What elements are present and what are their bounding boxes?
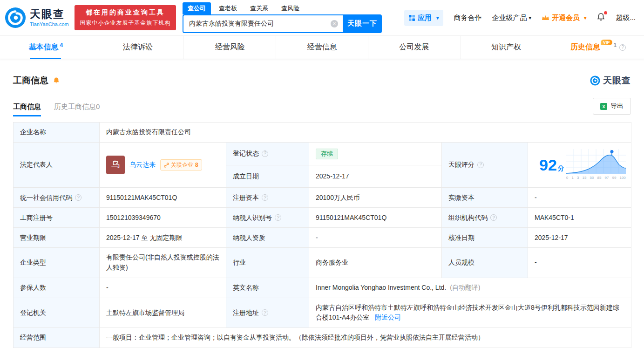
tianyancha-watermark: 天眼查 [590,75,631,87]
tianyancha-logo-icon [5,7,26,28]
auto-translate-note: (自动翻译) [450,284,480,291]
label-address: 注册地址 [226,298,309,328]
label-taxpayer-id: 纳税人识别号 [226,208,309,228]
tab-history-info[interactable]: 历史信息 VIP 1 [552,36,644,59]
value-taxpayer-id: 91150121MAK45CT01Q [309,208,442,228]
subtab-business-info[interactable]: 工商信息 [13,102,41,116]
watermark-logo-icon [590,75,600,86]
value-business-term: 2025-12-17 至 无固定期限 [100,228,226,248]
value-score: 92分 [528,143,631,188]
tab-intellectual-property[interactable]: 知识产权 [461,36,553,59]
value-reg-status: 存续 [309,143,442,165]
menu-super-vip[interactable]: 超级... [616,14,636,22]
address-help-icon[interactable] [262,309,268,316]
credit-code-help-icon[interactable] [75,194,81,201]
label-business-scope: 经营范围 [14,328,100,348]
top-bar: 天眼查 TianYanCha.com 都在用的商业查询工具 国家中小企业发展子基… [0,0,644,35]
reg-capital-help-icon[interactable] [262,194,268,201]
promo-banner[interactable]: 都在用的商业查询工具 国家中小企业发展子基金旗下机构 [75,5,176,30]
label-staff-size: 人员规模 [442,248,528,278]
label-taxpayer-quality: 纳税人资质 [226,228,309,248]
tab-legal-litigation[interactable]: 法律诉讼 [92,36,184,59]
value-taxpayer-quality: - [309,228,442,248]
label-reg-status: 登记状态 [226,143,309,165]
monitor-bell-icon[interactable] [53,77,60,84]
related-companies-badge[interactable]: 关联企业 8 [160,159,202,171]
score-help-icon[interactable] [477,162,484,168]
search-tab-company[interactable]: 查公司 [183,2,211,14]
search-tab-boss[interactable]: 查老板 [214,2,242,14]
tab-company-development[interactable]: 公司发展 [368,36,461,59]
tab-operation-risk[interactable]: 经营风险 [184,36,276,59]
search-input-wrap [183,14,343,33]
search-button[interactable]: 天眼一下 [343,14,382,33]
menu-enterprise-products[interactable]: 企业级产品 [492,14,531,22]
promo-line1: 都在用的商业查询工具 [86,8,165,17]
label-establish-date: 成立日期 [226,165,309,188]
value-industry: 商务服务业 [309,248,442,278]
label-approval-date: 核准日期 [442,228,528,248]
table-row: 统一社会信用代码 91150121MAK45CT01Q 注册资本 20100万人… [14,188,631,208]
notification-bell-icon[interactable] [597,13,605,23]
value-company-type: 有限责任公司(非自然人投资或控股的法人独资) [100,248,226,278]
label-english-name: 英文名称 [226,278,309,298]
company-section-tabs: 基本信息4 法律诉讼 经营风险 经营信息 公司发展 知识产权 历史信息 VIP … [0,35,644,59]
clear-search-icon[interactable] [331,20,338,27]
status-badge: 存续 [316,149,338,159]
search-input[interactable] [189,20,331,27]
promo-line2: 国家中小企业发展子基金旗下机构 [80,19,171,27]
table-row: 工商注册号 150121039349670 纳税人识别号 91150121MAK… [14,208,631,228]
value-credit-code: 91150121MAK45CT01Q [100,188,226,208]
legal-rep-name-link[interactable]: 乌云达来 [129,160,156,170]
label-credit-code: 统一社会信用代码 [14,188,100,208]
search-tabs: 查公司 查老板 查关系 查风险 [183,3,382,14]
logo-title: 天眼查 [30,8,69,20]
table-row: 参保人数 - 英文名称 Inner Mongolia Yonghao Inves… [14,278,631,298]
apps-grid-icon [409,15,415,21]
business-info-table: 企业名称 内蒙古永皓投资有限责任公司 法定代表人 乌 乌云达来 [13,122,631,348]
value-paid-capital: - [528,188,631,208]
label-company-name: 企业名称 [14,123,100,143]
search-block: 查公司 查老板 查关系 查风险 天眼一下 [183,3,382,33]
value-establish-date: 2025-12-17 [309,165,442,188]
label-reg-capital: 注册资本 [226,188,309,208]
search-tab-risk[interactable]: 查风险 [276,2,305,14]
nearby-companies-link[interactable]: 附近公司 [375,314,401,321]
score-curve-chart: 0131550859799100 [566,149,626,181]
label-reg-number: 工商注册号 [14,208,100,228]
search-tab-relation[interactable]: 查关系 [245,2,273,14]
value-reg-capital: 20100万人民币 [309,188,442,208]
subtab-history-business-info[interactable]: 历史工商信息0 [54,102,100,116]
label-score: 天眼评分 [442,143,528,188]
label-insured-count: 参保人数 [14,278,100,298]
tianyancha-logo[interactable]: 天眼查 TianYanCha.com [5,7,74,28]
watermark-text: 天眼查 [603,75,631,87]
label-company-type: 企业类型 [14,248,100,278]
section-title: 工商信息 [13,75,48,87]
reg-status-help-icon[interactable] [262,150,268,157]
legal-rep-avatar[interactable]: 乌 [106,156,125,174]
tab-basic-info[interactable]: 基本信息4 [0,36,92,59]
menu-cooperation[interactable]: 商务合作 [454,14,481,22]
export-button[interactable]: 导出 [593,98,631,115]
score-value: 92 [539,156,557,174]
label-registry: 登记机关 [14,298,100,328]
apps-menu[interactable]: 应用 [404,10,444,26]
tab-operation-info[interactable]: 经营信息 [276,36,368,59]
menu-open-membership[interactable]: 开通会员 [542,14,587,22]
main-content: 工商信息 天眼查 工商信息 历史工商信息0 导出 [0,75,644,348]
taxpayer-id-help-icon[interactable] [275,214,281,221]
business-info-subtabs: 工商信息 历史工商信息0 导出 [13,98,631,116]
table-row: 营业期限 2025-12-17 至 无固定期限 纳税人资质 - 核准日期 202… [14,228,631,248]
tab-basic-count: 4 [60,42,63,48]
value-reg-number: 150121039349670 [100,208,226,228]
table-row: 企业名称 内蒙古永皓投资有限责任公司 [14,123,631,143]
value-insured-count: - [100,278,226,298]
history-help-icon[interactable] [619,44,626,51]
logo-domain: TianYanCha.com [30,21,69,27]
value-english-name: Inner Mongolia Yonghao Investment Co., L… [309,278,631,298]
table-row: 法定代表人 乌 乌云达来 关联企业 8 [14,143,631,165]
org-code-help-icon[interactable] [490,214,497,221]
table-row: 企业类型 有限责任公司(非自然人投资或控股的法人独资) 行业 商务服务业 人员规… [14,248,631,278]
label-industry: 行业 [226,248,309,278]
